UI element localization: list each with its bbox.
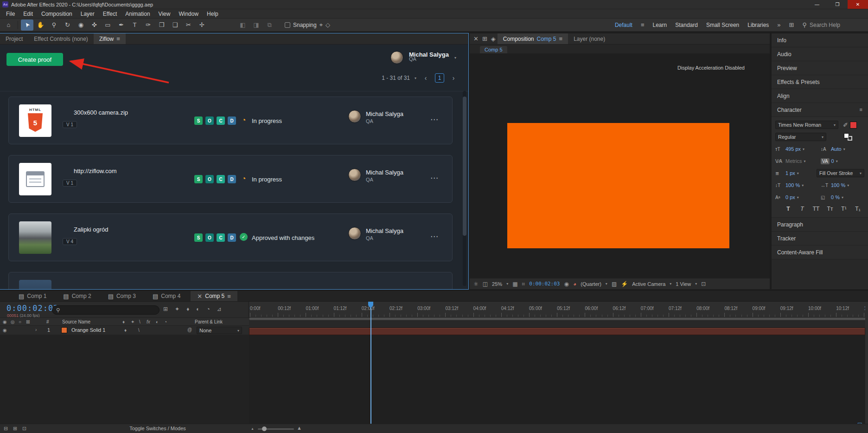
small-caps-button[interactable]: Tᴛ [825, 206, 835, 212]
brush-tool[interactable]: ✑ [142, 19, 154, 31]
viewer-timecode[interactable]: 0:00:02:03 [529, 281, 560, 287]
panel-grid-icon[interactable]: ⊞ [482, 36, 487, 42]
roto-brush-tool[interactable]: ✂ [182, 19, 195, 31]
subscript-button[interactable]: T₁ [853, 206, 862, 212]
eye-icon[interactable]: ◉ [3, 320, 7, 324]
eyedropper-icon[interactable]: ✐ [843, 122, 848, 128]
magnification-value[interactable]: 25% [492, 281, 502, 287]
collapse-column-icon[interactable]: ✦ [131, 320, 134, 324]
stroke-width-value[interactable]: 1 px [785, 170, 795, 176]
camera-tool[interactable]: ◉ [75, 19, 87, 31]
chevron-down-icon[interactable]: ▾ [842, 195, 843, 200]
tab-composition[interactable]: Composition Comp 5 ≡ [498, 33, 568, 44]
panel-effects-presets[interactable]: Effects & Presets [772, 75, 868, 89]
panel-paragraph[interactable]: Paragraph [772, 218, 868, 232]
vertical-scale-value[interactable]: 100 % [785, 182, 800, 188]
frame-blend-icon[interactable]: ◐ [196, 306, 199, 312]
pixel-aspect-icon[interactable]: ⊡ [701, 281, 706, 287]
snap-features-icon[interactable]: ◇ [326, 22, 330, 28]
panel-close-icon[interactable]: ✕ [473, 36, 479, 42]
timeline-tab-comp5[interactable]: ✕ Comp 5 ≡ [191, 291, 237, 301]
layer-color-swatch[interactable] [61, 327, 67, 333]
minimize-button[interactable]: — [807, 0, 827, 9]
current-timecode[interactable]: 0:00:02:03 [6, 304, 58, 313]
shy-icon[interactable]: ♦ [186, 306, 189, 312]
chevron-down-icon[interactable]: ▾ [804, 159, 805, 163]
snapshot-icon[interactable]: ◉ [564, 281, 569, 287]
parent-pickwhip-icon[interactable]: @ [187, 328, 192, 332]
timeline-tab-comp1[interactable]: ▤Comp 1 [12, 291, 53, 301]
comp-mini-flowchart-icon[interactable]: ⊞ [163, 306, 168, 312]
fill-color-swatch[interactable] [850, 122, 857, 129]
channels-icon[interactable]: ◕ [573, 281, 576, 287]
grid-guides-icon[interactable]: ▦ [512, 281, 517, 287]
kerning-value[interactable]: Metrics [785, 158, 802, 164]
swap-options-icon[interactable]: ⧉ [263, 19, 276, 31]
type-tool[interactable]: T [128, 19, 141, 31]
fast-previews-icon[interactable]: ⚡ [621, 281, 628, 287]
workspace-menu-icon[interactable]: ≡ [641, 22, 645, 28]
toggle-transfer-pane-icon[interactable]: ⊞ [13, 426, 17, 431]
timeline-tab-comp4[interactable]: ▤Comp 4 [146, 291, 187, 301]
eraser-tool[interactable]: ❑ [169, 19, 181, 31]
snapping-checkbox[interactable] [285, 22, 290, 28]
chevron-down-icon[interactable]: ▾ [415, 76, 416, 80]
proof-card[interactable] [8, 272, 453, 289]
menu-effect[interactable]: Effect [99, 11, 121, 17]
menu-layer[interactable]: Layer [77, 11, 99, 17]
timeline-zoom-handle[interactable] [262, 427, 267, 431]
fill-stroke-swatches[interactable] [844, 133, 852, 141]
layer-visibility-icon[interactable]: ◉ [3, 328, 7, 333]
timeline-tab-comp2[interactable]: ▤Comp 2 [57, 291, 97, 301]
workspace-default[interactable]: Default [615, 22, 632, 28]
menu-window[interactable]: Window [174, 11, 203, 17]
toggle-switches-modes-button[interactable]: Toggle Switches / Modes [118, 426, 197, 431]
toggle-switches-pane-icon[interactable]: ⊟ [4, 426, 8, 431]
zoom-tool[interactable]: ⚲ [48, 19, 60, 31]
tsume-value[interactable]: 0 % [831, 194, 840, 200]
stroke-mode-select[interactable]: Fill Over Stroke▾ [817, 169, 864, 177]
workspace-libraries[interactable]: Libraries [747, 22, 769, 28]
current-page[interactable]: 1 [435, 73, 444, 83]
timeline-vertical-scrollbar[interactable] [865, 302, 868, 424]
orbit-camera-tool[interactable]: ↻ [61, 19, 74, 31]
faux-italic-button[interactable]: T [798, 206, 807, 212]
proof-card[interactable]: http://ziflow.com V 1 S O C D ◔ In progr… [8, 155, 453, 203]
font-size-value[interactable]: 495 px [785, 146, 801, 152]
pan-behind-tool[interactable]: ✜ [88, 19, 101, 31]
leading-value[interactable]: Auto [831, 146, 842, 152]
panel-info[interactable]: Info [772, 33, 868, 47]
panel-menu-icon[interactable]: ≡ [860, 107, 862, 112]
chevron-down-icon[interactable]: ▾ [797, 195, 799, 200]
panel-tracker[interactable]: Tracker [772, 232, 868, 246]
chevron-down-icon[interactable]: ▾ [506, 282, 508, 286]
next-page-button[interactable]: › [449, 73, 458, 83]
column-source-name[interactable]: Source Name [62, 319, 90, 324]
panel-audio[interactable]: Audio [772, 47, 868, 61]
comp-pill[interactable]: Comp 5 [480, 46, 507, 53]
graph-editor-icon[interactable]: ⊿ [217, 306, 222, 312]
resolution-value[interactable]: (Quarter) [581, 281, 601, 287]
motion-blur-icon[interactable]: ◔ [207, 306, 210, 312]
more-actions-button[interactable]: ⋯ [430, 115, 439, 124]
frame-blend-column-icon[interactable]: ◐ [156, 320, 159, 324]
menu-help[interactable]: Help [203, 11, 223, 17]
maximize-button[interactable]: ❐ [827, 0, 848, 9]
panel-preview[interactable]: Preview [772, 61, 868, 75]
panel-align[interactable]: Align [772, 89, 868, 103]
baseline-shift-value[interactable]: 0 px [785, 194, 795, 200]
viewer-layout-icon[interactable]: ◫ [483, 281, 488, 287]
fill-options-icon[interactable]: ◧ [236, 19, 249, 31]
workspace-standard[interactable]: Standard [675, 22, 698, 28]
column-parent-link[interactable]: Parent & Link [195, 319, 223, 324]
chevron-down-icon[interactable]: ▾ [797, 171, 799, 175]
tab-close-icon[interactable]: ✕ [197, 293, 202, 299]
proof-card[interactable]: Zalipki ogród V 4 S O C D ✓ Approved wit… [8, 213, 453, 261]
create-proof-button[interactable]: Create proof [6, 53, 63, 66]
chevron-down-icon[interactable]: ▾ [803, 147, 804, 151]
panel-content-aware-fill[interactable]: Content-Aware Fill [772, 246, 868, 259]
composition-canvas[interactable] [507, 123, 729, 248]
faux-bold-button[interactable]: T [784, 206, 793, 212]
fx-column-icon[interactable]: fx [147, 320, 150, 324]
stroke-options-icon[interactable]: ◨ [250, 19, 262, 31]
